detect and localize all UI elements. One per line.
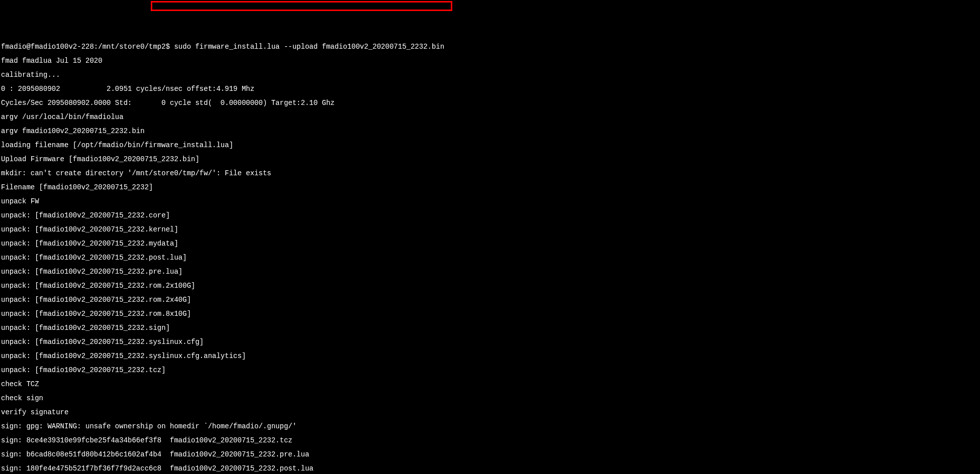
- terminal-line: unpack: [fmadio100v2_20200715_2232.kerne…: [1, 226, 979, 233]
- terminal-line: fmadio@fmadio100v2-228:/mnt/store0/tmp2$…: [1, 43, 979, 50]
- terminal-line: fmad fmadlua Jul 15 2020: [1, 57, 979, 64]
- terminal-line: sign: 180fe4e475b521f7bf36f7f9d2acc6c8 f…: [1, 465, 979, 472]
- terminal-line: unpack: [fmadio100v2_20200715_2232.core]: [1, 212, 979, 219]
- terminal-line: argv /usr/local/bin/fmadiolua: [1, 113, 979, 121]
- terminal-line: loading filename [/opt/fmadio/bin/firmwa…: [1, 142, 979, 149]
- terminal-line: argv fmadio100v2_20200715_2232.bin: [1, 128, 979, 135]
- terminal-line: unpack: [fmadio100v2_20200715_2232.pre.l…: [1, 268, 979, 275]
- terminal-line: unpack: [fmadio100v2_20200715_2232.rom.8…: [1, 310, 979, 317]
- terminal-line: unpack FW: [1, 198, 979, 205]
- terminal-line: Upload Firmware [fmadio100v2_20200715_22…: [1, 156, 979, 163]
- terminal-line: Filename [fmadio100v2_20200715_2232]: [1, 184, 979, 191]
- terminal-line: unpack: [fmadio100v2_20200715_2232.sysli…: [1, 338, 979, 345]
- terminal-line: Cycles/Sec 2095080902.0000 Std: 0 cycle …: [1, 99, 979, 106]
- terminal-line: unpack: [fmadio100v2_20200715_2232.mydat…: [1, 240, 979, 247]
- command-highlight-box: [151, 1, 452, 11]
- terminal-line: sign: 8ce4e39310e99fcbe25f4a34b66ef3f8 f…: [1, 437, 979, 444]
- terminal-line: mkdir: can't create directory '/mnt/stor…: [1, 170, 979, 177]
- terminal-line: check sign: [1, 395, 979, 402]
- terminal-line: unpack: [fmadio100v2_20200715_2232.sign]: [1, 324, 979, 331]
- terminal-line: sign: b6cad8c08e51fd80b412b6c1602af4b4 f…: [1, 451, 979, 458]
- terminal-line: check TCZ: [1, 381, 979, 388]
- terminal-line: unpack: [fmadio100v2_20200715_2232.rom.2…: [1, 282, 979, 289]
- terminal-line: unpack: [fmadio100v2_20200715_2232.sysli…: [1, 352, 979, 360]
- terminal-line: unpack: [fmadio100v2_20200715_2232.post.…: [1, 254, 979, 261]
- terminal-line: verify signature: [1, 409, 979, 416]
- terminal-line: sign: gpg: WARNING: unsafe ownership on …: [1, 423, 979, 430]
- terminal-line: calibrating...: [1, 71, 979, 78]
- terminal-line: unpack: [fmadio100v2_20200715_2232.rom.2…: [1, 296, 979, 303]
- terminal-line: 0 : 2095080902 2.0951 cycles/nsec offset…: [1, 85, 979, 92]
- terminal-output[interactable]: fmadio@fmadio100v2-228:/mnt/store0/tmp2$…: [1, 36, 979, 474]
- terminal-line: unpack: [fmadio100v2_20200715_2232.tcz]: [1, 367, 979, 374]
